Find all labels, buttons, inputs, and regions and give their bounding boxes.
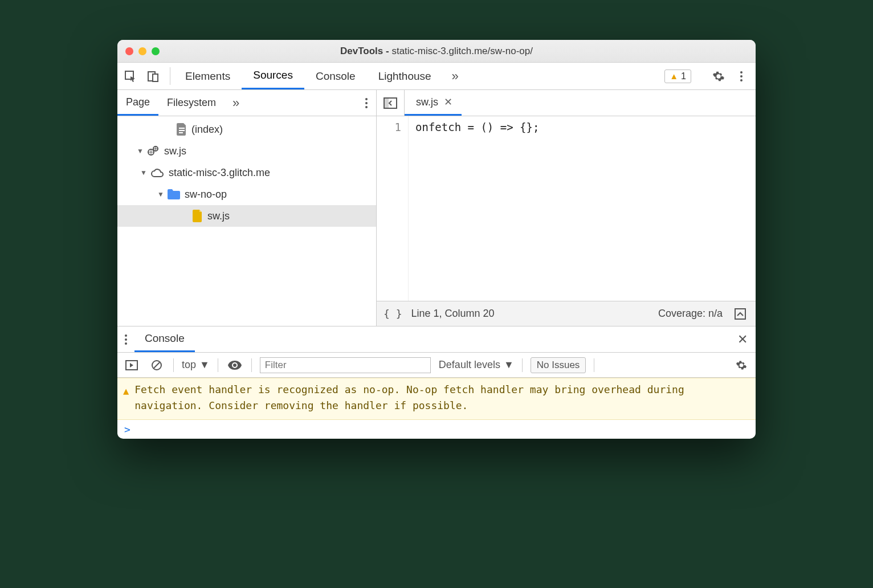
- document-icon: [177, 123, 187, 136]
- tab-lighthouse[interactable]: Lighthouse: [367, 63, 443, 89]
- svg-rect-13: [735, 309, 745, 319]
- expand-panel-icon[interactable]: [732, 305, 749, 322]
- tab-console[interactable]: Console: [304, 63, 367, 89]
- editor-tab-label: sw.js: [416, 96, 438, 108]
- issues-button[interactable]: No Issues: [531, 357, 586, 373]
- warnings-badge[interactable]: ▲ 1: [664, 70, 691, 83]
- editor-statusbar: { } Line 1, Column 20 Coverage: n/a: [377, 301, 756, 326]
- tab-elements[interactable]: Elements: [174, 63, 242, 89]
- chevron-down-icon: ▼: [504, 359, 514, 371]
- navigator-kebab-icon[interactable]: [357, 90, 376, 116]
- live-expression-eye-icon[interactable]: [226, 357, 243, 374]
- tree-label: sw-no-op: [185, 189, 227, 201]
- navigator-more-chevron-icon[interactable]: »: [225, 90, 247, 116]
- svg-point-14: [125, 334, 127, 337]
- kebab-menu-icon[interactable]: [733, 68, 750, 85]
- code-content: onfetch = () => {};: [409, 116, 546, 301]
- console-settings-gear-icon[interactable]: [733, 357, 750, 374]
- minimize-window-button[interactable]: [138, 47, 146, 55]
- tree-item-folder[interactable]: ▼ sw-no-op: [117, 183, 376, 205]
- code-editor[interactable]: 1 onfetch = () => {};: [377, 116, 756, 301]
- titlebar: DevTools - static-misc-3.glitch.me/sw-no…: [117, 40, 756, 63]
- navigator-tab-page[interactable]: Page: [117, 90, 158, 116]
- warning-count: 1: [681, 71, 686, 81]
- toggle-navigator-icon[interactable]: [377, 90, 405, 116]
- tree-item-index[interactable]: (index): [117, 119, 376, 140]
- close-tab-icon[interactable]: ✕: [444, 96, 452, 108]
- log-levels-selector[interactable]: Default levels ▼: [439, 359, 514, 371]
- navigator-tab-filesystem[interactable]: Filesystem: [158, 90, 225, 116]
- tab-sources[interactable]: Sources: [242, 63, 304, 89]
- context-selector[interactable]: top ▼: [182, 359, 210, 371]
- close-drawer-icon[interactable]: ✕: [729, 326, 756, 352]
- js-file-icon: [193, 210, 203, 222]
- folder-icon: [168, 189, 180, 199]
- console-prompt[interactable]: >: [117, 420, 756, 439]
- tree-item-domain[interactable]: ▼ static-misc-3.glitch.me: [117, 162, 376, 183]
- console-drawer: Console ✕ top ▼ Default levels ▼: [117, 326, 756, 439]
- close-window-button[interactable]: [125, 47, 133, 55]
- chevron-down-icon: ▼: [199, 359, 210, 371]
- editor-tab-swjs[interactable]: sw.js ✕: [405, 90, 462, 116]
- file-tree: (index) ▼ sw.js ▼ static-misc-3.glitch.m…: [117, 116, 376, 326]
- navigator-pane: Page Filesystem » (index) ▼: [117, 90, 377, 326]
- svg-point-15: [125, 338, 127, 341]
- console-warning-message[interactable]: ▲ Fetch event handler is recognized as n…: [117, 378, 756, 420]
- tree-label: static-misc-3.glitch.me: [169, 167, 270, 179]
- line-number: 1: [377, 121, 401, 133]
- svg-point-5: [740, 79, 743, 81]
- tree-item-swjs-file[interactable]: sw.js: [117, 205, 376, 227]
- editor-pane: sw.js ✕ 1 onfetch = () => {}; { } Line 1…: [377, 90, 756, 326]
- svg-point-6: [365, 98, 368, 100]
- warning-triangle-icon: ▲: [670, 71, 678, 81]
- filter-input[interactable]: [260, 357, 431, 373]
- toggle-sidebar-icon[interactable]: [123, 357, 140, 374]
- svg-point-3: [740, 71, 743, 74]
- clear-console-icon[interactable]: [148, 357, 165, 374]
- svg-line-19: [154, 362, 160, 368]
- warning-text: Fetch event handler is recognized as no-…: [134, 382, 750, 414]
- warning-triangle-icon: ▲: [123, 382, 129, 414]
- main-toolbar: Elements Sources Console Lighthouse » ▲ …: [117, 63, 756, 90]
- svg-rect-2: [153, 74, 158, 81]
- coverage-status: Coverage: n/a: [658, 308, 723, 320]
- svg-rect-12: [384, 98, 389, 108]
- chevron-down-icon: ▼: [140, 169, 146, 177]
- cursor-position: Line 1, Column 20: [411, 308, 649, 320]
- chevron-down-icon: ▼: [137, 147, 142, 155]
- devtools-window: DevTools - static-misc-3.glitch.me/sw-no…: [117, 40, 756, 439]
- tree-item-sw-root[interactable]: ▼ sw.js: [117, 140, 376, 162]
- main-tabs: Elements Sources Console Lighthouse: [174, 63, 443, 89]
- device-toolbar-icon[interactable]: [145, 68, 162, 85]
- pretty-print-icon[interactable]: { }: [384, 308, 402, 320]
- settings-gear-icon[interactable]: [710, 68, 727, 85]
- svg-point-7: [365, 102, 368, 104]
- console-toolbar: top ▼ Default levels ▼ No Issues: [117, 353, 756, 378]
- line-gutter: 1: [377, 116, 409, 301]
- drawer-tab-console[interactable]: Console: [134, 326, 195, 352]
- console-kebab-icon[interactable]: [117, 326, 134, 352]
- chevron-down-icon: ▼: [157, 190, 163, 198]
- maximize-window-button[interactable]: [152, 47, 160, 55]
- cloud-icon: [150, 168, 164, 178]
- service-worker-icon: [147, 145, 160, 157]
- tree-label: (index): [191, 124, 223, 136]
- more-tabs-chevron-icon[interactable]: »: [443, 63, 468, 89]
- svg-point-16: [125, 342, 127, 345]
- prompt-chevron-icon: >: [124, 423, 130, 435]
- inspect-element-icon[interactable]: [122, 68, 139, 85]
- traffic-lights: [125, 47, 160, 55]
- window-title: DevTools - static-misc-3.glitch.me/sw-no…: [117, 46, 756, 57]
- tree-label: sw.js: [164, 145, 186, 157]
- svg-point-4: [740, 75, 743, 77]
- svg-point-8: [365, 106, 368, 108]
- tree-label: sw.js: [207, 210, 230, 222]
